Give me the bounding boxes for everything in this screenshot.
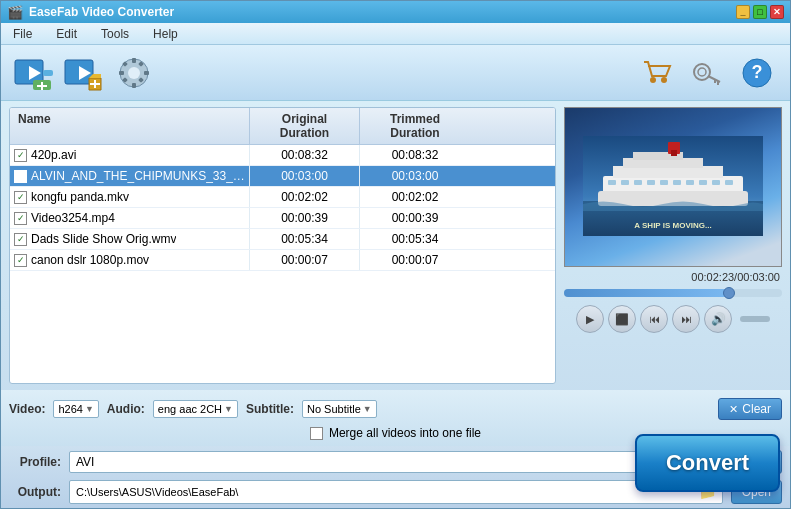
file-trimmed-duration: 00:03:00 [360,166,470,186]
title-bar: 🎬 EaseFab Video Converter _ □ ✕ [1,1,790,23]
merge-label: Merge all videos into one file [329,426,481,440]
svg-point-20 [650,77,656,83]
preview-video-image: A SHIP IS MOVING... [565,108,781,266]
file-trimmed-duration: 00:05:34 [360,229,470,249]
file-name-text: kongfu panda.mkv [31,190,129,204]
title-bar-controls: _ □ ✕ [736,5,784,19]
menu-tools[interactable]: Tools [97,25,133,43]
app-title: EaseFab Video Converter [29,5,174,19]
minimize-button[interactable]: _ [736,5,750,19]
clear-label: Clear [742,402,771,416]
key-button[interactable] [686,52,728,94]
clear-button[interactable]: ✕ Clear [718,398,782,420]
add-folder-button[interactable] [63,52,105,94]
volume-slider[interactable] [740,316,770,322]
file-row[interactable]: ✓ALVIN_AND_THE_CHIPMUNKS_33_1.mp400:03:0… [10,166,555,187]
subtitle-track-arrow: ▼ [363,404,372,414]
settings-button[interactable] [113,52,155,94]
svg-point-22 [694,64,710,80]
svg-rect-36 [608,180,616,185]
prev-frame-button[interactable]: ⏮ [640,305,668,333]
file-name-text: Dads Slide Show Orig.wmv [31,232,176,246]
file-name-text: ALVIN_AND_THE_CHIPMUNKS_33_1.mp4 [31,169,245,183]
preview-progress-handle[interactable] [723,287,735,299]
video-track-arrow: ▼ [85,404,94,414]
file-row-name: ✓canon dslr 1080p.mov [10,250,250,270]
svg-text:A SHIP IS MOVING...: A SHIP IS MOVING... [634,221,711,230]
svg-text:?: ? [752,62,763,82]
audio-track-value: eng aac 2CH [158,403,222,415]
col-header-original: Original Duration [250,108,360,144]
file-list-header: Name Original Duration Trimmed Duration [10,108,555,145]
profile-value: AVI [76,455,94,469]
file-original-duration: 00:05:34 [250,229,360,249]
file-checkbox[interactable]: ✓ [14,191,27,204]
svg-point-21 [661,77,667,83]
profile-label: Profile: [9,455,61,469]
main-content: Name Original Duration Trimmed Duration … [1,101,790,390]
file-original-duration: 00:08:32 [250,145,360,165]
stop-button[interactable]: ⬛ [608,305,636,333]
menu-edit[interactable]: Edit [52,25,81,43]
menu-file[interactable]: File [9,25,36,43]
file-trimmed-duration: 00:08:32 [360,145,470,165]
preview-video: A SHIP IS MOVING... [564,107,782,267]
file-row[interactable]: ✓canon dslr 1080p.mov00:00:0700:00:07 [10,250,555,271]
play-button[interactable]: ▶ [576,305,604,333]
title-bar-left: 🎬 EaseFab Video Converter [7,5,174,20]
video-track-value: h264 [58,403,82,415]
preview-ship-image: A SHIP IS MOVING... [583,136,763,236]
file-checkbox[interactable]: ✓ [14,233,27,246]
toolbar-right: ? [636,52,778,94]
svg-rect-15 [144,71,149,75]
menu-bar: File Edit Tools Help [1,23,790,45]
close-button[interactable]: ✕ [770,5,784,19]
toolbar-left [13,52,155,94]
toolbar: ? [1,45,790,101]
svg-rect-40 [660,180,668,185]
help-button[interactable]: ? [736,52,778,94]
file-checkbox[interactable]: ✓ [14,212,27,225]
file-list-panel: Name Original Duration Trimmed Duration … [9,107,556,384]
file-row[interactable]: ✓420p.avi00:08:3200:08:32 [10,145,555,166]
file-row[interactable]: ✓Dads Slide Show Orig.wmv00:05:3400:05:3… [10,229,555,250]
menu-help[interactable]: Help [149,25,182,43]
file-row[interactable]: ✓Video3254.mp400:00:3900:00:39 [10,208,555,229]
merge-checkbox[interactable] [310,427,323,440]
svg-rect-12 [132,58,136,63]
file-checkbox[interactable]: ✓ [14,170,27,183]
file-checkbox[interactable]: ✓ [14,254,27,267]
audio-track-arrow: ▼ [224,404,233,414]
next-frame-button[interactable]: ⏭ [672,305,700,333]
video-track-select[interactable]: h264 ▼ [53,400,98,418]
file-trimmed-duration: 00:00:07 [360,250,470,270]
profile-dropdown[interactable]: AVI ▼ [69,451,709,473]
preview-progress-bar[interactable] [564,289,782,297]
file-checkbox[interactable]: ✓ [14,149,27,162]
file-row[interactable]: ✓kongfu panda.mkv00:02:0200:02:02 [10,187,555,208]
file-row-name: ✓Video3254.mp4 [10,208,250,228]
file-row-name: ✓kongfu panda.mkv [10,187,250,207]
subtitle-track-select[interactable]: No Subtitle ▼ [302,400,377,418]
file-row-name: ✓Dads Slide Show Orig.wmv [10,229,250,249]
add-video-button[interactable] [13,52,55,94]
audio-label: Audio: [107,402,145,416]
file-trimmed-duration: 00:00:39 [360,208,470,228]
svg-point-23 [698,68,706,76]
shop-button[interactable] [636,52,678,94]
output-path-input[interactable]: C:\Users\ASUS\Videos\EaseFab\ 📁 [69,480,723,504]
preview-progress-fill [564,289,728,297]
convert-section: Convert [635,434,780,492]
svg-rect-43 [699,180,707,185]
restore-button[interactable]: □ [753,5,767,19]
audio-track-select[interactable]: eng aac 2CH ▼ [153,400,238,418]
svg-rect-45 [725,180,733,185]
preview-controls: ▶ ⬛ ⏮ ⏭ 🔊 [564,305,782,333]
file-original-duration: 00:02:02 [250,187,360,207]
volume-button[interactable]: 🔊 [704,305,732,333]
file-original-duration: 00:00:39 [250,208,360,228]
file-rows-container: ✓420p.avi00:08:3200:08:32✓ALVIN_AND_THE_… [10,145,555,271]
svg-rect-41 [673,180,681,185]
convert-button[interactable]: Convert [635,434,780,492]
svg-rect-39 [647,180,655,185]
